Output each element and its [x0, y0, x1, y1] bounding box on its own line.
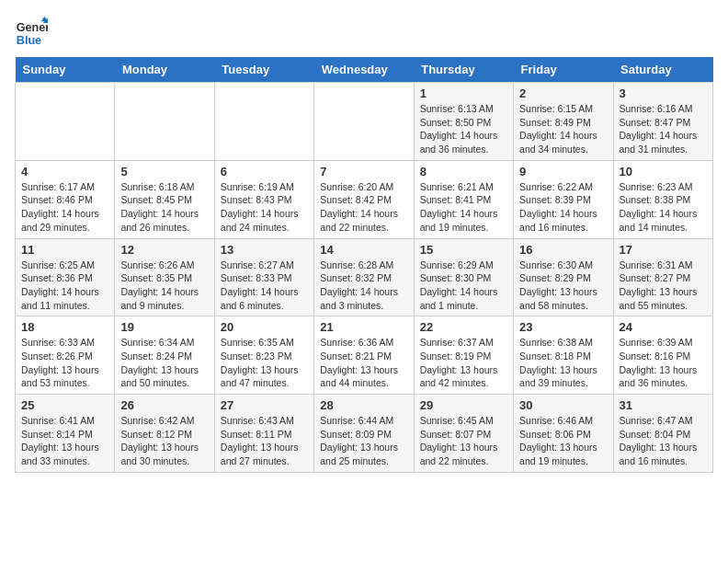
calendar-cell: 14Sunrise: 6:28 AM Sunset: 8:32 PM Dayli…	[314, 238, 414, 316]
day-info: Sunrise: 6:47 AM Sunset: 8:04 PM Dayligh…	[620, 414, 707, 468]
calendar-cell: 20Sunrise: 6:35 AM Sunset: 8:23 PM Dayli…	[214, 316, 313, 395]
calendar-cell: 21Sunrise: 6:36 AM Sunset: 8:21 PM Dayli…	[314, 316, 414, 395]
day-info: Sunrise: 6:33 AM Sunset: 8:26 PM Dayligh…	[21, 336, 108, 390]
header-saturday: Saturday	[613, 57, 712, 83]
day-number: 26	[120, 398, 208, 412]
calendar-cell	[314, 83, 414, 161]
header-monday: Monday	[115, 57, 214, 83]
calendar-cell: 10Sunrise: 6:23 AM Sunset: 8:38 PM Dayli…	[613, 160, 712, 238]
day-number: 5	[120, 165, 208, 178]
day-number: 2	[519, 86, 607, 100]
day-info: Sunrise: 6:22 AM Sunset: 8:39 PM Dayligh…	[519, 180, 607, 235]
header-sunday: Sunday	[16, 57, 115, 83]
header-thursday: Thursday	[414, 57, 513, 83]
calendar-cell: 3Sunrise: 6:16 AM Sunset: 8:47 PM Daylig…	[613, 83, 712, 161]
day-number: 25	[21, 398, 108, 412]
day-number: 19	[120, 320, 208, 334]
day-info: Sunrise: 6:20 AM Sunset: 8:42 PM Dayligh…	[320, 180, 407, 235]
calendar-cell: 6Sunrise: 6:19 AM Sunset: 8:43 PM Daylig…	[214, 160, 313, 238]
calendar-cell: 8Sunrise: 6:21 AM Sunset: 8:41 PM Daylig…	[414, 160, 513, 238]
calendar-cell	[214, 83, 313, 161]
day-info: Sunrise: 6:19 AM Sunset: 8:43 PM Dayligh…	[221, 180, 308, 235]
calendar-cell: 23Sunrise: 6:38 AM Sunset: 8:18 PM Dayli…	[514, 316, 613, 395]
header-friday: Friday	[514, 57, 613, 83]
day-number: 1	[420, 86, 507, 100]
day-info: Sunrise: 6:39 AM Sunset: 8:16 PM Dayligh…	[620, 336, 707, 390]
calendar-cell: 22Sunrise: 6:37 AM Sunset: 8:19 PM Dayli…	[414, 316, 513, 395]
day-info: Sunrise: 6:45 AM Sunset: 8:07 PM Dayligh…	[420, 414, 507, 468]
day-number: 14	[320, 243, 407, 257]
calendar-cell: 25Sunrise: 6:41 AM Sunset: 8:14 PM Dayli…	[16, 395, 115, 473]
day-info: Sunrise: 6:44 AM Sunset: 8:09 PM Dayligh…	[320, 414, 407, 468]
day-info: Sunrise: 6:30 AM Sunset: 8:29 PM Dayligh…	[519, 259, 607, 313]
calendar-cell: 31Sunrise: 6:47 AM Sunset: 8:04 PM Dayli…	[613, 395, 712, 473]
day-info: Sunrise: 6:43 AM Sunset: 8:11 PM Dayligh…	[221, 414, 308, 468]
day-info: Sunrise: 6:34 AM Sunset: 8:24 PM Dayligh…	[120, 336, 208, 390]
logo-icon: General Blue	[15, 15, 48, 48]
calendar-cell: 16Sunrise: 6:30 AM Sunset: 8:29 PM Dayli…	[514, 238, 613, 316]
day-info: Sunrise: 6:17 AM Sunset: 8:46 PM Dayligh…	[21, 180, 108, 235]
day-number: 23	[519, 320, 607, 334]
day-number: 20	[221, 320, 308, 334]
day-number: 28	[320, 398, 407, 412]
svg-text:Blue: Blue	[17, 34, 41, 47]
day-info: Sunrise: 6:42 AM Sunset: 8:12 PM Dayligh…	[120, 414, 208, 468]
day-info: Sunrise: 6:46 AM Sunset: 8:06 PM Dayligh…	[519, 414, 607, 468]
calendar-cell: 13Sunrise: 6:27 AM Sunset: 8:33 PM Dayli…	[214, 238, 313, 316]
day-info: Sunrise: 6:28 AM Sunset: 8:32 PM Dayligh…	[320, 259, 407, 313]
calendar-cell: 26Sunrise: 6:42 AM Sunset: 8:12 PM Dayli…	[115, 395, 214, 473]
calendar-cell: 29Sunrise: 6:45 AM Sunset: 8:07 PM Dayli…	[414, 395, 513, 473]
day-number: 16	[519, 243, 607, 257]
day-number: 29	[420, 398, 507, 412]
calendar-cell: 24Sunrise: 6:39 AM Sunset: 8:16 PM Dayli…	[613, 316, 712, 395]
calendar-cell: 15Sunrise: 6:29 AM Sunset: 8:30 PM Dayli…	[414, 238, 513, 316]
calendar-cell: 19Sunrise: 6:34 AM Sunset: 8:24 PM Dayli…	[115, 316, 214, 395]
day-number: 15	[420, 243, 507, 257]
day-info: Sunrise: 6:29 AM Sunset: 8:30 PM Dayligh…	[420, 259, 507, 313]
day-number: 3	[620, 86, 707, 100]
calendar-cell: 2Sunrise: 6:15 AM Sunset: 8:49 PM Daylig…	[514, 83, 613, 161]
day-info: Sunrise: 6:23 AM Sunset: 8:38 PM Dayligh…	[620, 180, 707, 235]
calendar-cell: 28Sunrise: 6:44 AM Sunset: 8:09 PM Dayli…	[314, 395, 414, 473]
day-info: Sunrise: 6:35 AM Sunset: 8:23 PM Dayligh…	[221, 336, 308, 390]
page-header: General Blue	[15, 15, 713, 48]
day-info: Sunrise: 6:21 AM Sunset: 8:41 PM Dayligh…	[420, 180, 507, 235]
day-info: Sunrise: 6:41 AM Sunset: 8:14 PM Dayligh…	[21, 414, 108, 468]
calendar-cell: 4Sunrise: 6:17 AM Sunset: 8:46 PM Daylig…	[16, 160, 115, 238]
day-info: Sunrise: 6:25 AM Sunset: 8:36 PM Dayligh…	[21, 259, 108, 313]
calendar-cell: 7Sunrise: 6:20 AM Sunset: 8:42 PM Daylig…	[314, 160, 414, 238]
day-number: 13	[221, 243, 308, 257]
calendar-cell: 11Sunrise: 6:25 AM Sunset: 8:36 PM Dayli…	[16, 238, 115, 316]
calendar-cell: 9Sunrise: 6:22 AM Sunset: 8:39 PM Daylig…	[514, 160, 613, 238]
calendar-cell: 12Sunrise: 6:26 AM Sunset: 8:35 PM Dayli…	[115, 238, 214, 316]
calendar-cell: 17Sunrise: 6:31 AM Sunset: 8:27 PM Dayli…	[613, 238, 712, 316]
day-number: 9	[519, 165, 607, 178]
calendar-cell	[115, 83, 214, 161]
day-info: Sunrise: 6:15 AM Sunset: 8:49 PM Dayligh…	[519, 102, 607, 156]
day-number: 27	[221, 398, 308, 412]
calendar-cell: 18Sunrise: 6:33 AM Sunset: 8:26 PM Dayli…	[16, 316, 115, 395]
day-number: 18	[21, 320, 108, 334]
day-info: Sunrise: 6:37 AM Sunset: 8:19 PM Dayligh…	[420, 336, 507, 390]
day-number: 17	[620, 243, 707, 257]
day-info: Sunrise: 6:27 AM Sunset: 8:33 PM Dayligh…	[221, 259, 308, 313]
day-number: 11	[21, 243, 108, 257]
day-number: 8	[420, 165, 507, 178]
calendar-header: SundayMondayTuesdayWednesdayThursdayFrid…	[16, 57, 713, 83]
day-number: 31	[620, 398, 707, 412]
calendar-cell: 1Sunrise: 6:13 AM Sunset: 8:50 PM Daylig…	[414, 83, 513, 161]
header-wednesday: Wednesday	[314, 57, 414, 83]
day-number: 12	[120, 243, 208, 257]
day-info: Sunrise: 6:18 AM Sunset: 8:45 PM Dayligh…	[120, 180, 208, 235]
calendar-cell	[16, 83, 115, 161]
day-info: Sunrise: 6:31 AM Sunset: 8:27 PM Dayligh…	[620, 259, 707, 313]
calendar-cell: 30Sunrise: 6:46 AM Sunset: 8:06 PM Dayli…	[514, 395, 613, 473]
calendar-cell: 5Sunrise: 6:18 AM Sunset: 8:45 PM Daylig…	[115, 160, 214, 238]
day-number: 22	[420, 320, 507, 334]
day-info: Sunrise: 6:13 AM Sunset: 8:50 PM Dayligh…	[420, 102, 507, 156]
day-number: 6	[221, 165, 308, 178]
day-number: 21	[320, 320, 407, 334]
day-number: 24	[620, 320, 707, 334]
day-number: 10	[620, 165, 707, 178]
day-number: 7	[320, 165, 407, 178]
